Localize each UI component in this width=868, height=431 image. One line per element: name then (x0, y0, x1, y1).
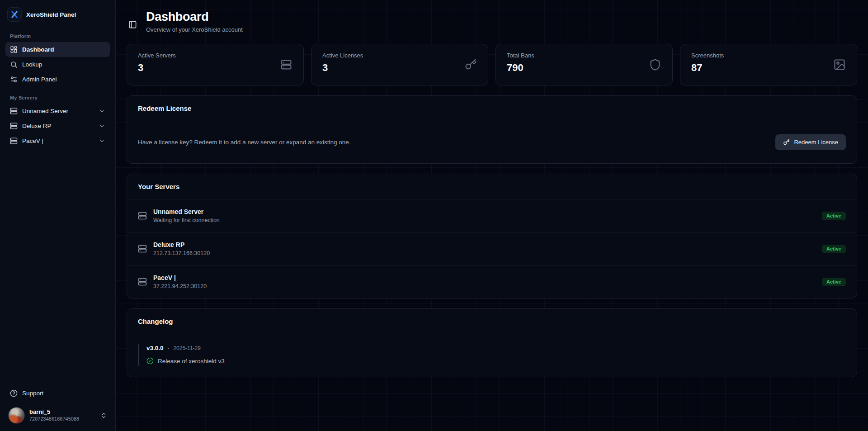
stat-value: 3 (138, 62, 176, 74)
server-icon (138, 211, 147, 220)
server-icon (138, 244, 147, 253)
server-name: Deluxe RP (153, 241, 210, 248)
status-badge: Active (822, 245, 846, 253)
status-badge: Active (822, 278, 846, 286)
stat-value: 3 (322, 62, 363, 74)
my-servers-section-label: My Servers (5, 87, 110, 104)
sidebar-item-dashboard[interactable]: Dashboard (5, 42, 110, 57)
changelog-panel: Changelog v3.0.0 • 2025-11-29 Release of… (127, 308, 857, 377)
sidebar-item-admin-panel[interactable]: Admin Panel (5, 72, 110, 87)
image-icon (833, 58, 846, 71)
help-circle-icon (10, 389, 18, 397)
search-icon (10, 61, 18, 68)
stat-card-active-servers: Active Servers 3 (127, 44, 304, 85)
sidebar-item-label: Deluxe RP (22, 123, 52, 129)
server-detail: 212.73.137.166:30120 (153, 250, 210, 256)
chevrons-up-down-icon (100, 412, 107, 419)
stats-grid: Active Servers 3 Active Licenses 3 (127, 44, 857, 85)
server-row-deluxe-rp[interactable]: Deluxe RP 212.73.137.166:30120 Active (127, 232, 857, 265)
sidebar-item-unnamed-server[interactable]: Unnamed Server (5, 104, 110, 118)
panel-left-icon (128, 20, 137, 29)
redeem-button-label: Redeem License (794, 139, 838, 146)
your-servers-panel-header: Your Servers (127, 174, 857, 199)
changelog-note: Release of xeroshield v3 (158, 358, 225, 365)
page-title: Dashboard (146, 10, 243, 24)
brand: XeroShield Panel (5, 5, 110, 25)
server-name: Unnamed Server (153, 208, 220, 215)
server-detail: Waiting for first connection (153, 217, 220, 223)
page-subtitle: Overview of your XeroShield account (146, 26, 243, 33)
sidebar-item-label: Dashboard (22, 46, 54, 53)
sidebar-item-deluxe-rp[interactable]: Deluxe RP (5, 118, 110, 133)
chevron-down-icon (99, 137, 105, 144)
server-row-unnamed-server[interactable]: Unnamed Server Waiting for first connect… (127, 199, 857, 232)
sidebar: XeroShield Panel Platform Dashboard Look… (0, 0, 116, 431)
sidebar-item-support[interactable]: Support (5, 386, 110, 401)
key-icon (783, 139, 790, 146)
changelog-version: v3.0.0 (146, 345, 164, 351)
redeem-panel-header: Redeem License (127, 96, 857, 121)
check-circle-icon (146, 357, 154, 365)
dashboard-icon (10, 46, 18, 53)
changelog-separator: • (168, 346, 170, 351)
server-icon (10, 137, 18, 145)
chevron-down-icon (99, 108, 105, 114)
brand-name: XeroShield Panel (26, 11, 76, 18)
changelog-panel-header: Changelog (127, 309, 857, 334)
platform-section-label: Platform (5, 25, 110, 42)
redeem-license-panel: Redeem License Have a license key? Redee… (127, 95, 857, 164)
server-detail: 37.221.94.252:30120 (153, 283, 207, 289)
stat-card-screenshots: Screenshots 87 (680, 44, 857, 85)
stat-label: Total Bans (507, 52, 534, 59)
server-icon (10, 107, 18, 115)
brand-logo-icon (7, 7, 22, 22)
status-badge: Active (822, 212, 846, 220)
server-icon (138, 277, 147, 286)
redeem-license-button[interactable]: Redeem License (775, 134, 846, 150)
user-name: barni_5 (29, 408, 79, 416)
sidebar-toggle-button[interactable] (128, 16, 137, 33)
sidebar-item-label: Unnamed Server (22, 108, 68, 114)
sidebar-item-label: Lookup (22, 61, 42, 68)
panel-title: Changelog (138, 317, 846, 325)
stat-card-active-licenses: Active Licenses 3 (311, 44, 488, 85)
page-header: Dashboard Overview of your XeroShield ac… (127, 10, 857, 33)
avatar (8, 407, 25, 424)
user-id: 720723486166745088 (29, 416, 79, 422)
panel-title: Redeem License (138, 104, 846, 112)
your-servers-panel: Your Servers Unnamed Server Waiting for … (127, 174, 857, 298)
sidebar-item-label: PaceV | (22, 137, 43, 144)
shield-icon (649, 58, 661, 71)
key-icon (464, 58, 477, 71)
stat-value: 87 (691, 62, 724, 74)
server-row-pacev[interactable]: PaceV | 37.221.94.252:30120 Active (127, 265, 857, 298)
stat-label: Active Licenses (322, 52, 363, 59)
redeem-description: Have a license key? Redeem it to add a n… (138, 139, 351, 146)
server-icon (10, 122, 18, 130)
panel-title: Your Servers (138, 183, 846, 190)
server-icon (280, 58, 292, 71)
changelog-date: 2025-11-29 (173, 345, 201, 351)
stat-label: Screenshots (691, 52, 724, 59)
main-content: Dashboard Overview of your XeroShield ac… (116, 0, 868, 431)
stat-label: Active Servers (138, 52, 176, 59)
stat-card-total-bans: Total Bans 790 (495, 44, 673, 85)
settings-icon (10, 76, 18, 83)
changelog-entry: v3.0.0 • 2025-11-29 Release of xeroshiel… (138, 344, 846, 366)
stat-value: 790 (507, 62, 534, 74)
chevron-down-icon (99, 123, 105, 129)
server-name: PaceV | (153, 274, 207, 281)
user-menu[interactable]: barni_5 720723486166745088 (5, 401, 110, 425)
sidebar-item-pacev[interactable]: PaceV | (5, 133, 110, 148)
sidebar-item-lookup[interactable]: Lookup (5, 57, 110, 72)
sidebar-item-label: Support (22, 390, 43, 397)
sidebar-item-label: Admin Panel (22, 76, 57, 83)
